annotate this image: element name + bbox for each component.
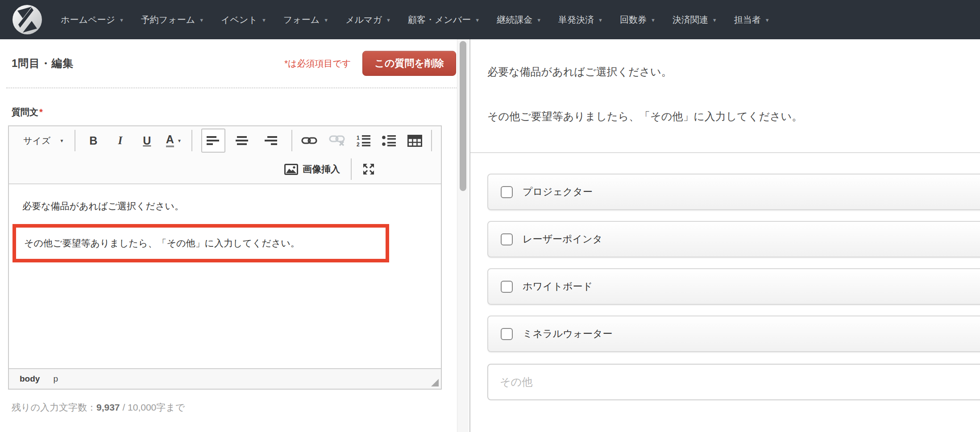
nav-item-label: 決済関連: [673, 14, 708, 26]
fullscreen-icon: [362, 163, 375, 175]
caret-down-icon: ▼: [765, 17, 770, 23]
align-center-icon: [235, 136, 249, 146]
editor-element-path-bar: body p: [9, 368, 441, 389]
caret-down-icon: ▼: [177, 138, 182, 143]
option-label: ホワイトボード: [523, 280, 593, 293]
toolbar-separator: [291, 130, 292, 151]
toolbar-separator: [431, 130, 432, 151]
option-checkbox[interactable]: [501, 281, 513, 293]
logo-icon[interactable]: [12, 4, 43, 35]
option-checkbox[interactable]: [501, 328, 513, 340]
preview-divider: [470, 152, 980, 153]
app-root: ホームページ ▼ 予約フォーム ▼ イベント ▼ フォーム ▼: [0, 0, 980, 432]
option-row[interactable]: プロジェクター: [487, 174, 980, 210]
unlink-icon: [329, 135, 345, 146]
insert-image-button[interactable]: 画像挿入: [284, 163, 340, 175]
red-highlight-annotation: その他ご要望等ありましたら、「その他」に入力してください。: [12, 224, 389, 262]
caret-down-icon: ▼: [651, 17, 656, 23]
element-path-body[interactable]: body: [20, 374, 40, 384]
preview-paragraph: 必要な備品があればご選択ください。: [470, 64, 980, 79]
text-color-button[interactable]: A ▼: [165, 129, 183, 152]
nav-item-label: 単発決済: [558, 14, 594, 26]
fullscreen-button[interactable]: [362, 163, 375, 175]
nav-item[interactable]: 顧客・メンバー ▼: [408, 14, 480, 26]
required-note: *は必須項目です: [284, 58, 351, 70]
caret-down-icon: ▼: [598, 17, 603, 23]
nav-item[interactable]: 回数券 ▼: [620, 14, 656, 26]
unlink-button[interactable]: [329, 135, 345, 146]
text-color-icon: A: [166, 134, 174, 147]
nav-item-label: 担当者: [734, 14, 761, 26]
nav-item[interactable]: 継続課金 ▼: [497, 14, 541, 26]
required-asterisk: *: [39, 107, 43, 117]
ordered-list-button[interactable]: 1 2: [357, 135, 370, 147]
panel-header: 1問目・編集 *は必須項目です この質問を削除: [0, 51, 469, 76]
svg-text:2: 2: [357, 141, 360, 147]
question-edit-panel: 1問目・編集 *は必須項目です この質問を削除 質問文* サイズ ▼: [0, 39, 470, 432]
nav-item-label: 継続課金: [497, 14, 532, 26]
option-row[interactable]: ミネラルウォーター: [487, 316, 980, 352]
link-icon: [301, 136, 317, 145]
caret-down-icon: ▼: [262, 17, 266, 23]
editor-paragraph: その他ご要望等ありましたら、「その他」に入力してください。: [24, 237, 378, 249]
ordered-list-icon: 1 2: [357, 135, 370, 147]
italic-button[interactable]: I: [111, 129, 129, 152]
caret-down-icon: ▼: [712, 17, 717, 23]
nav-item-label: メルマガ: [345, 14, 382, 26]
nav-item[interactable]: メルマガ ▼: [345, 14, 391, 26]
top-nav: ホームページ ▼ 予約フォーム ▼ イベント ▼ フォーム ▼: [0, 0, 980, 39]
char-count: 残りの入力文字数：9,937 / 10,000字まで: [12, 401, 469, 414]
nav-item[interactable]: 決済関連 ▼: [673, 14, 717, 26]
nav-item-label: 予約フォーム: [141, 14, 195, 26]
align-right-button[interactable]: [258, 129, 282, 153]
underline-button[interactable]: U: [138, 129, 156, 152]
bullet-list-icon: [382, 135, 396, 147]
nav-menu: ホームページ ▼ 予約フォーム ▼ イベント ▼ フォーム ▼: [61, 14, 770, 26]
table-icon: [407, 135, 422, 147]
nav-item-label: フォーム: [283, 14, 320, 26]
option-checkbox[interactable]: [501, 186, 513, 198]
editor-content-area[interactable]: 必要な備品があればご選択ください。 その他ご要望等ありましたら、「その他」に入力…: [9, 184, 441, 368]
chars-remaining: 9,937: [96, 402, 120, 412]
bold-button[interactable]: B: [84, 129, 102, 152]
editor-toolbar: サイズ ▼ B I U A ▼: [9, 126, 441, 184]
page-title: 1問目・編集: [12, 56, 74, 71]
option-row[interactable]: レーザーポインタ: [487, 221, 980, 258]
font-size-dropdown[interactable]: サイズ ▼: [23, 135, 66, 147]
other-text-input[interactable]: [487, 364, 980, 400]
table-button[interactable]: [407, 135, 422, 147]
option-checkbox[interactable]: [501, 233, 513, 245]
nav-item-label: 回数券: [620, 14, 647, 26]
option-row[interactable]: ホワイトボード: [487, 268, 980, 305]
option-label: ミネラルウォーター: [523, 327, 613, 341]
question-text-label: 質問文*: [12, 106, 469, 118]
toolbar-separator: [191, 130, 192, 151]
delete-question-button[interactable]: この質問を削除: [362, 51, 456, 76]
link-button[interactable]: [301, 136, 317, 145]
nav-item[interactable]: イベント ▼: [221, 14, 266, 26]
toolbar-separator: [351, 158, 352, 180]
panel-scrollbar-track: [457, 39, 469, 432]
bullet-list-button[interactable]: [382, 135, 396, 147]
caret-down-icon: ▼: [386, 17, 391, 23]
align-left-icon: [207, 136, 220, 146]
question-preview-panel: 必要な備品があればご選択ください。 その他ご要望等ありましたら、「その他」に入力…: [470, 39, 980, 432]
caret-down-icon: ▼: [475, 17, 480, 23]
caret-down-icon: ▼: [119, 17, 124, 23]
caret-down-icon: ▼: [324, 17, 328, 23]
nav-item[interactable]: 予約フォーム ▼: [141, 14, 204, 26]
align-right-icon: [264, 136, 277, 146]
panel-scrollbar-thumb[interactable]: [460, 41, 466, 191]
nav-item[interactable]: 担当者 ▼: [734, 14, 770, 26]
option-list: プロジェクター レーザーポインタ ホワイトボード ミネラルウォー: [470, 174, 980, 400]
caret-down-icon: ▼: [536, 17, 541, 23]
resize-handle-icon[interactable]: [431, 379, 439, 386]
nav-item-label: ホームページ: [61, 14, 115, 26]
nav-item[interactable]: ホームページ ▼: [61, 14, 124, 26]
element-path-p[interactable]: p: [53, 374, 58, 384]
align-center-button[interactable]: [230, 129, 254, 153]
nav-item[interactable]: 単発決済 ▼: [558, 14, 603, 26]
preview-paragraph: その他ご要望等ありましたら、「その他」に入力してください。: [470, 109, 980, 124]
align-left-button[interactable]: [201, 129, 225, 153]
nav-item[interactable]: フォーム ▼: [283, 14, 328, 26]
